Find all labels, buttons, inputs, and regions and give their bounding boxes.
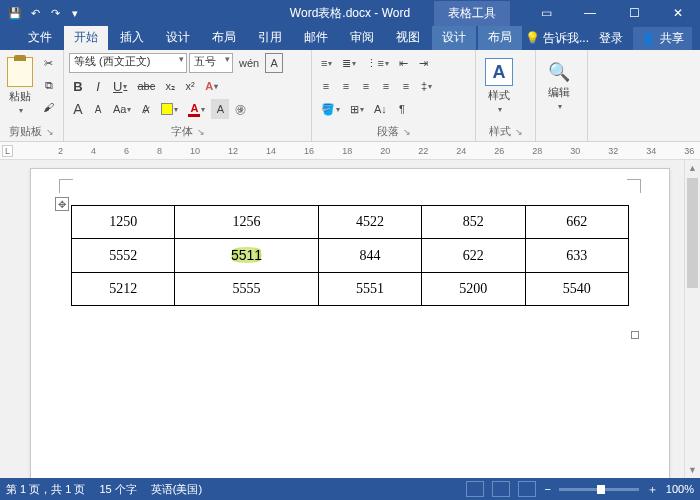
zoom-level[interactable]: 100%: [666, 483, 694, 495]
qat-undo[interactable]: ↶: [26, 4, 44, 22]
enclose-char-button[interactable]: ㊝: [231, 99, 250, 119]
table-row[interactable]: 125012564522852662: [72, 206, 629, 239]
styles-button[interactable]: A 样式▾: [481, 53, 517, 119]
table-cell[interactable]: 4522: [318, 206, 421, 239]
tab-mailings[interactable]: 邮件: [294, 25, 338, 50]
ribbon-options-icon[interactable]: ▭: [524, 0, 568, 26]
table-cell[interactable]: 1256: [175, 206, 318, 239]
italic-button[interactable]: I: [89, 76, 107, 96]
font-family-select[interactable]: 等线 (西文正文): [69, 53, 187, 73]
zoom-slider[interactable]: [559, 488, 639, 491]
table-cell[interactable]: 1250: [72, 206, 175, 239]
minimize-button[interactable]: —: [568, 0, 612, 26]
table-cell[interactable]: 633: [525, 239, 628, 273]
table-cell[interactable]: 5200: [422, 273, 525, 306]
table-cell[interactable]: 622: [422, 239, 525, 273]
read-mode-button[interactable]: [466, 481, 484, 497]
paragraph-dialog-launcher[interactable]: ↘: [403, 127, 411, 137]
table-cell[interactable]: 5540: [525, 273, 628, 306]
multilevel-button[interactable]: ⋮≡▾: [362, 53, 392, 73]
scroll-down-icon[interactable]: ▼: [685, 462, 700, 478]
justify-button[interactable]: ≡: [377, 76, 395, 96]
tell-me[interactable]: 💡 告诉我...: [525, 30, 589, 47]
borders-button[interactable]: ⊞▾: [346, 99, 368, 119]
qat-redo[interactable]: ↷: [46, 4, 64, 22]
table-cell[interactable]: 852: [422, 206, 525, 239]
tab-home[interactable]: 开始: [64, 25, 108, 50]
line-spacing-button[interactable]: ‡▾: [417, 76, 436, 96]
tab-references[interactable]: 引用: [248, 25, 292, 50]
qat-save[interactable]: 💾: [6, 4, 24, 22]
login-link[interactable]: 登录: [599, 30, 623, 47]
language-status[interactable]: 英语(美国): [151, 482, 202, 497]
table-cell[interactable]: 662: [525, 206, 628, 239]
superscript-button[interactable]: x²: [181, 76, 199, 96]
tab-selector[interactable]: L: [2, 145, 13, 157]
grow-font-button[interactable]: A: [69, 99, 87, 119]
distributed-button[interactable]: ≡: [397, 76, 415, 96]
table-cell[interactable]: 5551: [318, 273, 421, 306]
table-row[interactable]: 52125555555152005540: [72, 273, 629, 306]
close-button[interactable]: ✕: [656, 0, 700, 26]
font-color-button[interactable]: A▾: [184, 99, 209, 119]
ruler[interactable]: L 24681012141618202224262830323436384042: [0, 142, 700, 160]
copy-button[interactable]: ⧉: [39, 75, 58, 95]
paste-button[interactable]: 粘贴▾: [5, 53, 35, 119]
bullets-button[interactable]: ≡▾: [317, 53, 336, 73]
vertical-scroll-thumb[interactable]: [687, 178, 698, 288]
font-size-select[interactable]: 五号: [189, 53, 233, 73]
table-cell[interactable]: 5511: [175, 239, 318, 273]
tab-review[interactable]: 审阅: [340, 25, 384, 50]
tab-insert[interactable]: 插入: [110, 25, 154, 50]
highlight-button[interactable]: ▾: [157, 99, 182, 119]
table-cell[interactable]: 5555: [175, 273, 318, 306]
page-count[interactable]: 第 1 页，共 1 页: [6, 482, 85, 497]
zoom-out-button[interactable]: −: [544, 483, 550, 495]
bold-button[interactable]: B: [69, 76, 87, 96]
format-painter-button[interactable]: 🖌: [39, 97, 58, 117]
data-table[interactable]: 1250125645228526625552551184462263352125…: [71, 205, 629, 306]
table-cell[interactable]: 5552: [72, 239, 175, 273]
decrease-indent-button[interactable]: ⇤: [395, 53, 413, 73]
align-left-button[interactable]: ≡: [317, 76, 335, 96]
table-cell[interactable]: 5212: [72, 273, 175, 306]
clipboard-dialog-launcher[interactable]: ↘: [46, 127, 54, 137]
change-case-button[interactable]: Aa▾: [109, 99, 135, 119]
print-layout-button[interactable]: [492, 481, 510, 497]
table-cell[interactable]: 844: [318, 239, 421, 273]
align-right-button[interactable]: ≡: [357, 76, 375, 96]
tab-design[interactable]: 设计: [156, 25, 200, 50]
subscript-button[interactable]: x₂: [161, 76, 179, 96]
maximize-button[interactable]: ☐: [612, 0, 656, 26]
web-layout-button[interactable]: [518, 481, 536, 497]
char-border-button[interactable]: A: [265, 53, 283, 73]
tab-view[interactable]: 视图: [386, 25, 430, 50]
table-row[interactable]: 55525511844622633: [72, 239, 629, 273]
underline-button[interactable]: U▾: [109, 76, 131, 96]
numbering-button[interactable]: ≣▾: [338, 53, 360, 73]
sort-button[interactable]: A↓: [370, 99, 391, 119]
qat-customize[interactable]: ▾: [66, 4, 84, 22]
tab-table-layout[interactable]: 布局: [478, 25, 522, 50]
scroll-up-icon[interactable]: ▲: [685, 160, 700, 176]
shading-button[interactable]: 🪣▾: [317, 99, 344, 119]
font-dialog-launcher[interactable]: ↘: [197, 127, 205, 137]
table-resize-handle[interactable]: [631, 331, 639, 339]
char-shading-button[interactable]: A: [211, 99, 229, 119]
increase-indent-button[interactable]: ⇥: [415, 53, 433, 73]
styles-dialog-launcher[interactable]: ↘: [515, 127, 523, 137]
share-button[interactable]: 👤 共享: [633, 27, 692, 50]
tab-table-design[interactable]: 设计: [432, 25, 476, 50]
tab-layout[interactable]: 布局: [202, 25, 246, 50]
editing-button[interactable]: 🔍 编辑▾: [541, 53, 577, 119]
vertical-scrollbar[interactable]: ▲ ▼: [684, 160, 700, 478]
cut-button[interactable]: ✂: [39, 53, 58, 73]
shrink-font-button[interactable]: A: [89, 99, 107, 119]
document-area[interactable]: ✥ 12501256452285266255525511844622633521…: [0, 160, 700, 478]
strikethrough-button[interactable]: abc: [133, 76, 159, 96]
table-move-handle[interactable]: ✥: [55, 197, 69, 211]
text-effects-button[interactable]: A▾: [201, 76, 222, 96]
zoom-in-button[interactable]: ＋: [647, 482, 658, 497]
clear-format-button[interactable]: A̷: [137, 99, 155, 119]
word-count[interactable]: 15 个字: [99, 482, 136, 497]
